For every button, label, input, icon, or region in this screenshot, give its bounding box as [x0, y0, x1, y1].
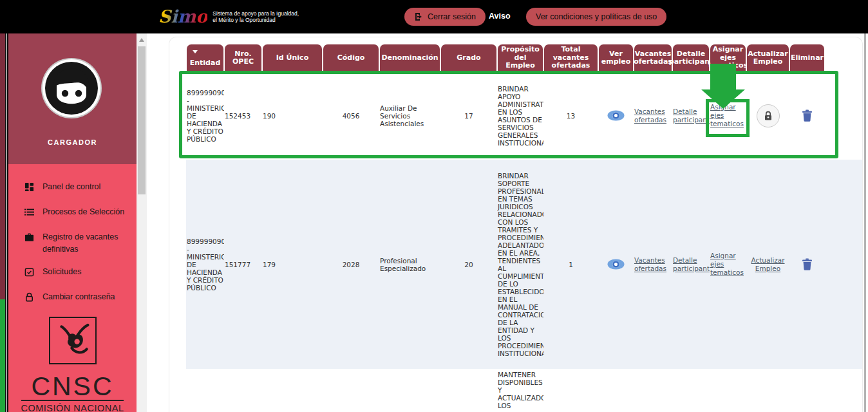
- cell-asignar-ejes: [710, 369, 746, 412]
- sidebar-item-procesos-de-seleccion[interactable]: Procesos de Selección: [8, 206, 137, 221]
- link-vacantes-ofertadas[interactable]: Vacantes ofertadas: [634, 108, 672, 124]
- cell-eliminar: [789, 369, 825, 412]
- left-edge-strip-maroon: [0, 33, 5, 299]
- column-header-ver-empleo[interactable]: Ver empleo: [599, 44, 633, 71]
- page-right-border: [864, 33, 866, 412]
- tagline-line2: el Mérito y la Oportunidad: [212, 17, 275, 23]
- cell-ver-empleo: [598, 71, 634, 160]
- cell-nro-opec: [224, 369, 262, 412]
- cnsc-figure-icon: [49, 317, 97, 364]
- cell-eliminar: [789, 160, 825, 369]
- cell-grado: 17: [440, 71, 497, 160]
- sidebar-item-label: Registro de vacantes definitivas: [42, 231, 129, 256]
- list-icon: [24, 206, 34, 221]
- cell-codigo: 4056: [323, 71, 379, 160]
- sort-icon[interactable]: [193, 50, 198, 53]
- lock-icon: [24, 291, 34, 306]
- column-header-grado[interactable]: Grado: [441, 44, 496, 71]
- column-header-detalle-participante[interactable]: Detalle participant: [673, 44, 709, 71]
- avatar: [41, 57, 102, 122]
- column-header-id-unico[interactable]: Id Único: [263, 44, 322, 71]
- cell-vacantes-ofertadas: Vacantes ofertadas: [634, 71, 672, 160]
- notice-label: Aviso: [489, 12, 511, 21]
- cell-nro-opec: 151777: [224, 160, 262, 369]
- column-header-nro-opec[interactable]: Nro. OPEC: [225, 44, 261, 71]
- sidebar-item-registro-de-vacantes[interactable]: Registro de vacantes definitivas: [8, 231, 137, 256]
- sidebar-item-label: Panel de control: [42, 181, 129, 193]
- eye-icon[interactable]: [607, 259, 625, 270]
- cell-ver-empleo: [598, 160, 634, 369]
- link-asignar-ejes-tematicos[interactable]: Asignar ejes tematicos: [710, 103, 746, 128]
- trash-icon[interactable]: [802, 258, 813, 270]
- column-header-proposito[interactable]: Propósito del Empleo: [498, 44, 543, 71]
- cell-denominacion: Profesional Especializado: [379, 160, 440, 369]
- cell-codigo: 2028: [323, 160, 379, 369]
- role-label: CARGADOR: [8, 138, 137, 146]
- column-header-asignar-ejes[interactable]: Asignar ejes tematicos: [710, 44, 746, 71]
- cell-proposito: BRINDAR SOPORTE PROFESIONAL EN TEMAS JUR…: [497, 160, 543, 369]
- cell-grado: [440, 369, 497, 412]
- column-header-entidad[interactable]: Entidad: [187, 44, 223, 71]
- column-header-eliminar[interactable]: Eliminar: [790, 44, 824, 71]
- link-actualizar-empleo[interactable]: Actualizar Empleo: [747, 256, 789, 273]
- cnsc-acronym: CNSC: [31, 374, 113, 398]
- simo-app: Simo Sistema de apoyo para la Igualdad, …: [0, 0, 868, 412]
- left-edge-strip-green: [0, 299, 5, 412]
- link-vacantes-ofertadas[interactable]: Vacantes ofertadas: [634, 256, 672, 273]
- cell-asignar-ejes: Asignar ejes tematicos: [710, 160, 746, 369]
- cnsc-subtitle: COMISIÓN NACIONAL: [21, 400, 124, 412]
- table-card: Entidad Nro. OPEC Id Único Código Denomi…: [169, 37, 863, 412]
- scroll-up-icon[interactable]: [139, 38, 144, 42]
- cell-proposito: MANTENER DISPONIBLES Y ACTUALIZADOS LOS: [497, 369, 543, 412]
- cell-detalle-participante: Detalle participante: [672, 71, 710, 160]
- eye-icon[interactable]: [607, 110, 625, 121]
- cell-entidad: [186, 369, 224, 412]
- lock-button[interactable]: [757, 104, 780, 127]
- cell-nro-opec: 152453: [224, 71, 262, 160]
- dashboard-icon: [24, 181, 34, 196]
- lock-icon: [764, 111, 773, 121]
- simo-logo[interactable]: Simo Sistema de apoyo para la Igualdad, …: [158, 4, 299, 30]
- sidebar: CARGADOR Panel de control Procesos de Se…: [8, 33, 137, 412]
- cell-codigo: [323, 369, 379, 412]
- sidebar-menu: Panel de control Procesos de Selección R…: [8, 164, 137, 316]
- logout-label: Cerrar sesión: [428, 12, 476, 21]
- column-header-actualizar-empleo[interactable]: Actualizar Empleo: [747, 44, 789, 71]
- cell-entidad: 899999090 - MINISTERIO DE HACIENDA Y CRÉ…: [186, 71, 224, 160]
- link-asignar-ejes-tematicos[interactable]: Asignar ejes tematicos: [710, 252, 746, 277]
- cell-grado: 20: [440, 160, 497, 369]
- cell-actualizar-empleo: Actualizar Empleo: [746, 160, 789, 369]
- sidebar-item-label: Procesos de Selección: [42, 206, 129, 218]
- sidebar-profile-panel: CARGADOR: [8, 33, 137, 164]
- logo-tagline: Sistema de apoyo para la Igualdad, el Mé…: [212, 10, 299, 24]
- sidebar-item-panel-de-control[interactable]: Panel de control: [8, 181, 137, 196]
- calendar-icon: [24, 266, 34, 281]
- cell-denominacion: [379, 369, 440, 412]
- cell-id-unico: 190: [262, 71, 323, 160]
- link-detalle-participante[interactable]: Detalle participante: [673, 108, 709, 124]
- cell-detalle-participante: [672, 369, 710, 412]
- cell-proposito: BRINDAR APOYO ADMINISTRATIVO EN LOS ASUN…: [497, 71, 543, 160]
- column-header-codigo[interactable]: Código: [323, 44, 379, 71]
- table-header-row: Entidad Nro. OPEC Id Único Código Denomi…: [186, 44, 825, 71]
- conditions-button[interactable]: Ver condiciones y políticas de uso: [526, 8, 666, 26]
- sidebar-item-label: Solicitudes: [42, 266, 129, 278]
- trash-icon[interactable]: [802, 109, 813, 122]
- tagline-line1: Sistema de apoyo para la Igualdad,: [212, 10, 299, 17]
- sidebar-scrollbar-thumb[interactable]: [138, 46, 146, 194]
- cnsc-logo: CNSC COMISIÓN NACIONAL: [8, 317, 137, 412]
- table-row: 899999090 - MINISTERIO DE HACIENDA Y CRÉ…: [186, 160, 863, 369]
- sidebar-item-cambiar-contrasena[interactable]: Cambiar contraseña: [8, 291, 137, 306]
- cell-vacantes-ofertadas: Vacantes ofertadas: [634, 160, 672, 369]
- topbar: Simo Sistema de apoyo para la Igualdad, …: [0, 0, 868, 33]
- cell-denominacion: Auxiliar De Servicios Asistenciales: [379, 71, 440, 160]
- sidebar-item-solicitudes[interactable]: Solicitudes: [8, 266, 137, 281]
- column-header-total-vacantes[interactable]: Total vacantes ofertadas: [544, 44, 598, 71]
- logout-button[interactable]: Cerrar sesión: [404, 8, 486, 26]
- cell-asignar-ejes: Asignar ejes tematicos: [710, 71, 746, 160]
- briefcase-icon: [24, 231, 34, 246]
- column-header-denominacion[interactable]: Denominación: [380, 44, 440, 71]
- column-header-vacantes-ofertadas[interactable]: Vacantes ofertadas: [634, 44, 672, 71]
- cell-entidad: 899999090 - MINISTERIO DE HACIENDA Y CRÉ…: [186, 160, 224, 369]
- link-detalle-participante[interactable]: Detalle participante: [673, 256, 709, 273]
